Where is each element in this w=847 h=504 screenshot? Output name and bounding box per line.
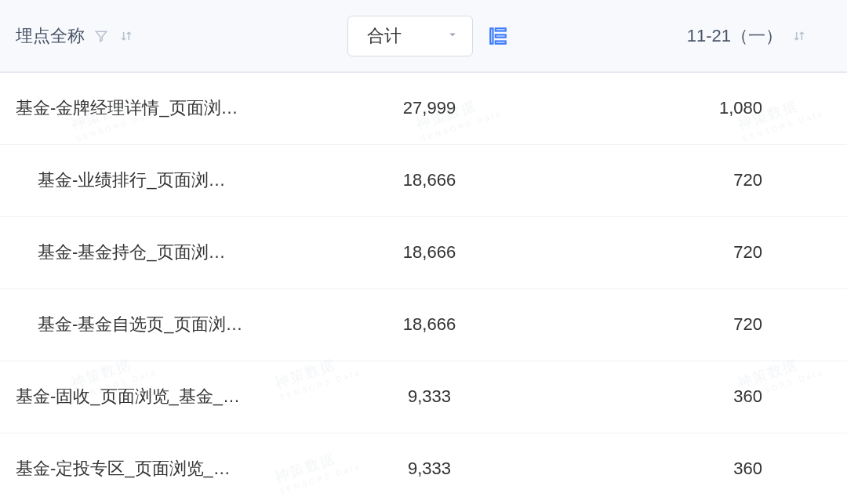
svg-rect-1 bbox=[495, 28, 505, 31]
header-col-date: 11-21（一） bbox=[569, 0, 847, 72]
header-col-total: 合计 bbox=[290, 0, 569, 72]
row-name-cell: 基金-金牌经理详情_页面浏… bbox=[0, 72, 290, 144]
row-date-value-cell: 720 bbox=[569, 144, 847, 216]
row-name-cell: 基金-定投专区_页面浏览_… bbox=[0, 433, 290, 504]
row-total-cell: 9,333 bbox=[290, 361, 569, 433]
aggregate-dropdown-label: 合计 bbox=[367, 24, 402, 48]
sort-icon[interactable] bbox=[791, 27, 808, 45]
table-row[interactable]: 基金-固收_页面浏览_基金_…9,333360 bbox=[0, 361, 847, 433]
row-total-cell: 18,666 bbox=[290, 288, 569, 361]
table-row[interactable]: 基金-基金持仓_页面浏…18,666720 bbox=[0, 216, 847, 288]
sort-icon[interactable] bbox=[118, 27, 135, 45]
table-header-row: 埋点全称 bbox=[0, 0, 847, 72]
row-date-value-cell: 1,080 bbox=[569, 72, 847, 144]
row-date-value-cell: 360 bbox=[569, 433, 847, 504]
data-table: 埋点全称 bbox=[0, 0, 847, 504]
column-settings-icon[interactable] bbox=[484, 17, 512, 55]
row-name-cell: 基金-基金自选页_页面浏… bbox=[0, 288, 290, 361]
table-row[interactable]: 基金-基金自选页_页面浏…18,666720 bbox=[0, 288, 847, 361]
row-name-cell: 基金-业绩排行_页面浏… bbox=[0, 144, 290, 216]
table-row[interactable]: 基金-定投专区_页面浏览_…9,333360 bbox=[0, 433, 847, 504]
row-total-cell: 18,666 bbox=[290, 216, 569, 288]
row-name-cell: 基金-基金持仓_页面浏… bbox=[0, 216, 290, 288]
row-date-value-cell: 360 bbox=[569, 361, 847, 433]
svg-rect-2 bbox=[495, 34, 505, 37]
row-date-value-cell: 720 bbox=[569, 288, 847, 361]
aggregate-dropdown[interactable]: 合计 bbox=[347, 16, 473, 56]
row-total-cell: 27,999 bbox=[290, 72, 569, 144]
header-col-name-label: 埋点全称 bbox=[16, 24, 85, 48]
table-body: 基金-金牌经理详情_页面浏…27,9991,080基金-业绩排行_页面浏…18,… bbox=[0, 72, 847, 504]
table-row[interactable]: 基金-业绩排行_页面浏…18,666720 bbox=[0, 144, 847, 216]
svg-rect-0 bbox=[490, 28, 493, 44]
table-row[interactable]: 基金-金牌经理详情_页面浏…27,9991,080 bbox=[0, 72, 847, 144]
header-col-date-label: 11-21（一） bbox=[687, 24, 783, 48]
row-name-cell: 基金-固收_页面浏览_基金_… bbox=[0, 361, 290, 433]
header-col-name: 埋点全称 bbox=[0, 0, 290, 72]
filter-icon[interactable] bbox=[93, 27, 110, 45]
row-date-value-cell: 720 bbox=[569, 216, 847, 288]
row-total-cell: 18,666 bbox=[290, 144, 569, 216]
chevron-down-icon bbox=[445, 26, 460, 46]
svg-rect-3 bbox=[495, 41, 505, 43]
row-total-cell: 9,333 bbox=[290, 433, 569, 504]
